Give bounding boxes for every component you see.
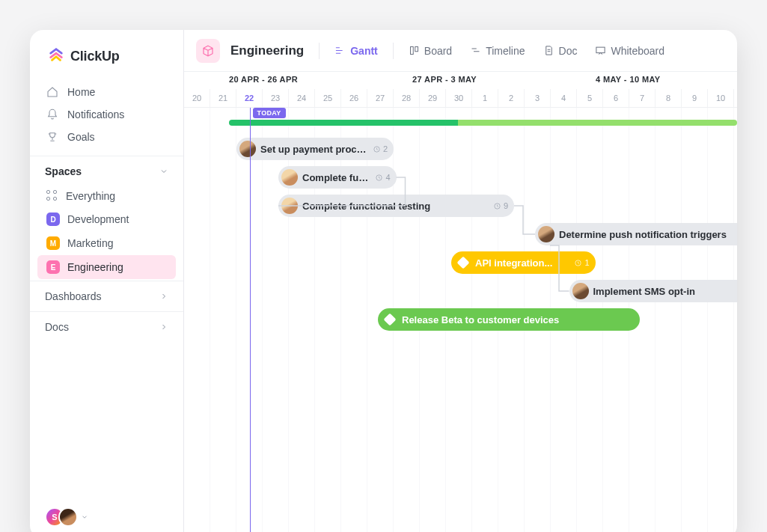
day-cell[interactable]: 2 xyxy=(498,89,525,107)
space-everything[interactable]: Everything xyxy=(37,185,176,207)
space-label: Engineering xyxy=(67,261,123,273)
day-cell[interactable]: 21 xyxy=(210,89,236,107)
nav-dashboards[interactable]: Dashboards xyxy=(30,281,183,311)
view-label: Gantt xyxy=(350,45,378,57)
view-label: Timeline xyxy=(486,45,525,57)
timeline-icon xyxy=(470,45,481,56)
view-whiteboard[interactable]: Whiteboard xyxy=(587,40,672,61)
whiteboard-icon xyxy=(595,45,606,56)
day-cell[interactable]: 29 xyxy=(420,89,446,107)
today-line xyxy=(250,108,251,532)
nav-notifications[interactable]: Notifications xyxy=(37,103,176,126)
day-cell[interactable]: 11 xyxy=(734,89,737,107)
topbar: Engineering Gantt Board Timeline Doc xyxy=(184,30,737,72)
day-cell[interactable]: 23 xyxy=(263,89,289,107)
chevron-down-icon xyxy=(159,167,168,176)
space-badge: M xyxy=(46,236,60,250)
day-cell[interactable]: 20 xyxy=(184,89,210,107)
day-cell[interactable]: 1 xyxy=(472,89,498,107)
week-label: 20 APR - 26 APR xyxy=(229,75,298,84)
view-timeline[interactable]: Timeline xyxy=(462,40,532,61)
week-label: 27 APR - 3 MAY xyxy=(412,75,477,84)
bell-icon xyxy=(46,108,58,120)
today-badge: TODAY xyxy=(253,108,286,118)
day-cell[interactable]: 7 xyxy=(629,89,656,107)
board-icon xyxy=(409,45,420,56)
primary-nav: Home Notifications Goals xyxy=(30,79,183,150)
view-doc[interactable]: Doc xyxy=(536,40,585,61)
svg-rect-0 xyxy=(410,47,413,55)
day-cell[interactable]: 27 xyxy=(367,89,394,107)
logo-text: ClickUp xyxy=(70,49,120,64)
space-engineering[interactable]: E Engineering xyxy=(37,255,176,279)
divider xyxy=(319,43,320,59)
day-cell[interactable]: 10 xyxy=(708,89,734,107)
caret-down-icon xyxy=(81,513,88,521)
day-cell[interactable]: 8 xyxy=(656,89,682,107)
space-badge: E xyxy=(46,260,60,274)
space-badge: D xyxy=(46,213,60,226)
project-progress-bar[interactable] xyxy=(229,120,738,126)
day-cell[interactable]: 30 xyxy=(446,89,472,107)
view-gantt[interactable]: Gantt xyxy=(327,40,385,61)
page-title: Engineering xyxy=(230,43,304,58)
section-title: Spaces xyxy=(45,165,82,177)
view-board[interactable]: Board xyxy=(401,40,459,61)
space-development[interactable]: D Development xyxy=(37,207,176,231)
nav-docs[interactable]: Docs xyxy=(30,311,183,342)
logo[interactable]: ClickUp xyxy=(30,30,183,79)
gantt-icon xyxy=(334,45,346,56)
nav-label: Goals xyxy=(67,131,95,143)
timeline-header: 20 APR - 26 APR27 APR - 3 MAY4 MAY - 10 … xyxy=(184,72,737,108)
svg-rect-2 xyxy=(596,47,605,53)
view-label: Doc xyxy=(559,45,578,57)
sidebar: ClickUp Home Notifications Goals Spaces xyxy=(30,30,184,532)
view-label: Whiteboard xyxy=(611,45,664,57)
everything-icon xyxy=(46,190,58,202)
task-connectors xyxy=(184,138,737,437)
space-label: Development xyxy=(67,213,129,225)
day-cell[interactable]: 6 xyxy=(603,89,629,107)
space-label: Everything xyxy=(66,190,115,202)
main-panel: Engineering Gantt Board Timeline Doc xyxy=(184,30,737,532)
chevron-right-icon xyxy=(159,322,168,331)
nav-label: Notifications xyxy=(67,108,124,120)
spaces-list: Everything D Development M Marketing E E… xyxy=(30,183,183,281)
gantt-timeline[interactable]: 20 APR - 26 APR27 APR - 3 MAY4 MAY - 10 … xyxy=(184,72,737,532)
day-cell[interactable]: 22 xyxy=(236,89,263,107)
footer-avatars[interactable]: S xyxy=(30,495,183,532)
day-cell[interactable]: 4 xyxy=(551,89,577,107)
app-window: ClickUp Home Notifications Goals Spaces xyxy=(30,30,737,532)
chevron-right-icon xyxy=(159,292,168,301)
day-cell[interactable]: 5 xyxy=(577,89,603,107)
space-cube-icon xyxy=(196,39,220,63)
section-title: Docs xyxy=(45,321,69,333)
nav-label: Home xyxy=(67,86,95,98)
nav-home[interactable]: Home xyxy=(37,81,176,103)
trophy-icon xyxy=(46,131,58,143)
divider xyxy=(393,43,394,59)
doc-icon xyxy=(543,45,554,56)
svg-rect-1 xyxy=(415,47,418,52)
section-title: Dashboards xyxy=(45,290,102,302)
home-icon xyxy=(46,86,58,98)
space-marketing[interactable]: M Marketing xyxy=(37,231,176,255)
day-cell[interactable]: 3 xyxy=(525,89,551,107)
spaces-section-header[interactable]: Spaces xyxy=(30,156,183,183)
view-label: Board xyxy=(424,45,452,57)
avatar xyxy=(58,507,78,527)
day-cell[interactable]: 28 xyxy=(394,89,420,107)
day-cell[interactable]: 24 xyxy=(289,89,315,107)
week-label: 4 MAY - 10 MAY xyxy=(596,75,661,84)
day-cell[interactable]: 26 xyxy=(341,89,367,107)
space-label: Marketing xyxy=(67,237,113,249)
nav-goals[interactable]: Goals xyxy=(37,126,176,148)
day-cell[interactable]: 25 xyxy=(315,89,341,107)
day-cell[interactable]: 9 xyxy=(682,89,708,107)
clickup-logo-icon xyxy=(48,46,64,66)
